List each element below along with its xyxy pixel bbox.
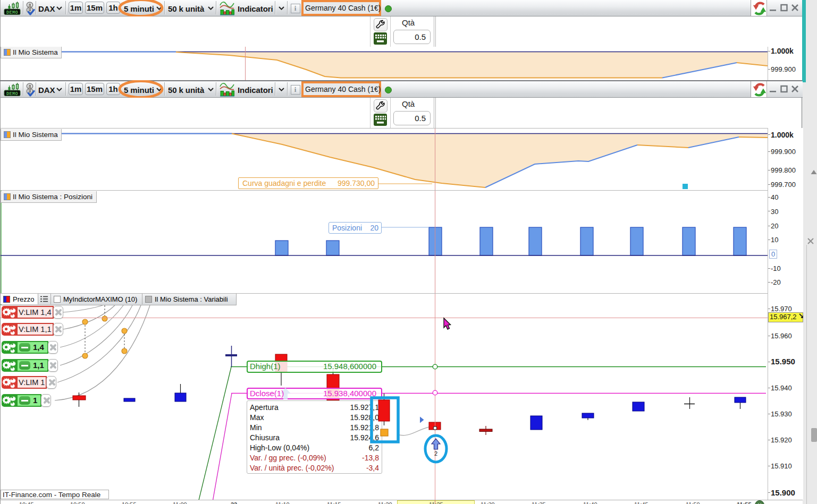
svg-text:DEMO: DEMO: [6, 91, 18, 97]
svg-text:DEMO: DEMO: [6, 10, 18, 15]
